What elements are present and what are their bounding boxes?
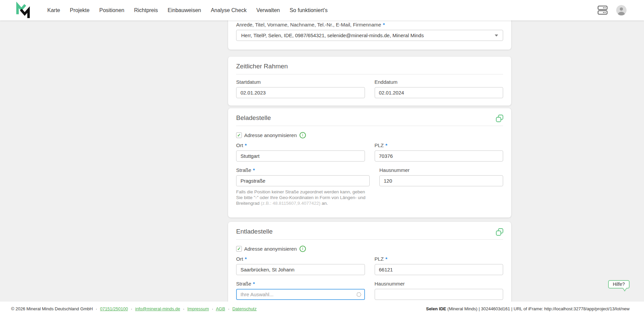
- server-icon[interactable]: [597, 5, 608, 15]
- nav-item-so-funktionierts[interactable]: So funktioniert's: [289, 0, 327, 20]
- loading-hausnummer-field: Hausnummer: [379, 168, 503, 206]
- check-icon: ✓: [237, 133, 241, 137]
- unloading-anonymize-row: ✓ Adresse anonymisieren i: [236, 245, 503, 252]
- plz-label-text: PLZ: [375, 256, 384, 262]
- startdatum-field: Startdatum: [236, 79, 365, 98]
- strasse-label-text: Straße: [236, 281, 251, 287]
- footer-link-phone[interactable]: 07151/250100: [100, 306, 128, 311]
- section-divider: [236, 126, 503, 126]
- unloading-hausnummer-input[interactable]: [375, 289, 503, 300]
- loading-anonymize-checkbox[interactable]: ✓: [236, 132, 242, 138]
- nav-item-analyse-check[interactable]: Analyse Check: [211, 0, 247, 20]
- nav-item-richtpreis[interactable]: Richtpreis: [134, 0, 158, 20]
- contact-select-label-text: Anrede, Titel, Vorname, Nachname, Tel.-N…: [236, 22, 381, 27]
- copy-icon: [495, 114, 504, 123]
- footer-separator: ·: [96, 306, 97, 311]
- unloading-anonymize-label: Adresse anonymisieren: [244, 246, 297, 252]
- unloading-strasse-field: Straße*: [236, 281, 365, 300]
- required-asterisk: *: [253, 281, 255, 287]
- chevron-down-icon: [495, 35, 498, 37]
- loading-strasse-label: Straße*: [236, 168, 370, 173]
- hint-example: (z.B.: 48.8115607,9.4077422): [261, 201, 321, 206]
- info-icon[interactable]: i: [300, 246, 306, 252]
- section-divider: [236, 239, 503, 240]
- footer-right: Selen IDE (Mineral Minds) | 30244603d161…: [426, 306, 630, 311]
- loading-hausnummer-input[interactable]: [379, 175, 503, 186]
- user-avatar-icon[interactable]: [616, 5, 627, 15]
- required-asterisk: *: [383, 22, 385, 27]
- unloading-hausnummer-label: Hausnummer: [375, 281, 503, 286]
- loading-anonymize-row: ✓ Adresse anonymisieren i: [236, 132, 503, 138]
- enddatum-label: Enddatum: [375, 79, 503, 84]
- nav-item-verwalten[interactable]: Verwalten: [256, 0, 280, 20]
- unloading-strasse-inputwrap: [236, 289, 365, 300]
- info-icon[interactable]: i: [300, 132, 306, 138]
- copy-icon: [495, 228, 504, 236]
- mineral-minds-logo-icon[interactable]: [15, 2, 30, 19]
- loading-point-title: Beladestelle: [236, 115, 503, 121]
- unloading-anonymize-checkbox[interactable]: ✓: [236, 246, 242, 252]
- footer-separator: ·: [131, 306, 132, 311]
- help-button-label: Hilfe?: [613, 281, 625, 287]
- timeframe-card: Zeitlicher Rahmen Startdatum Enddatum: [228, 57, 511, 106]
- loading-ort-input[interactable]: [236, 150, 365, 162]
- nav-item-positionen[interactable]: Positionen: [99, 0, 124, 20]
- required-asterisk: *: [385, 256, 387, 262]
- contact-select-label: Anrede, Titel, Vorname, Nachname, Tel.-N…: [236, 22, 503, 27]
- page-footer: © 2026 Mineral Minds Deutschland GmbH · …: [0, 302, 644, 316]
- timeframe-title: Zeitlicher Rahmen: [236, 63, 503, 69]
- nav-item-projekte[interactable]: Projekte: [70, 0, 90, 20]
- required-asterisk: *: [245, 256, 247, 262]
- required-asterisk: *: [253, 167, 255, 173]
- loading-ort-label: Ort*: [236, 143, 365, 148]
- loading-point-card: Beladestelle ✓ Adresse anonymisieren i O…: [228, 108, 511, 217]
- unloading-ort-field: Ort*: [236, 256, 365, 275]
- enddatum-input[interactable]: [375, 87, 503, 98]
- unloading-ort-input[interactable]: [236, 264, 365, 275]
- strasse-label-text: Straße: [236, 167, 251, 173]
- loading-copy-button[interactable]: [495, 114, 504, 123]
- footer-separator: ·: [212, 306, 213, 311]
- main-nav: Karte Projekte Positionen Richtpreis Ein…: [47, 0, 328, 20]
- help-button[interactable]: Hilfe?: [608, 280, 630, 289]
- hint-part2: an.: [320, 201, 328, 206]
- check-icon: ✓: [237, 247, 241, 251]
- unloading-plz-input[interactable]: [375, 264, 503, 275]
- loading-hausnummer-label: Hausnummer: [379, 168, 503, 173]
- top-navbar: Karte Projekte Positionen Richtpreis Ein…: [0, 0, 644, 20]
- footer-separator: ·: [183, 306, 184, 311]
- unloading-strasse-input[interactable]: [236, 289, 365, 300]
- loading-anonymize-label: Adresse anonymisieren: [244, 132, 297, 138]
- footer-link-agb[interactable]: AGB: [216, 306, 225, 311]
- startdatum-label: Startdatum: [236, 79, 365, 84]
- footer-ide-name: Selen IDE: [426, 306, 446, 311]
- startdatum-input[interactable]: [236, 87, 365, 98]
- loading-strasse-input[interactable]: [236, 175, 370, 186]
- unloading-copy-button[interactable]: [495, 228, 504, 236]
- contact-select-value: Herr, TitelP, Selen, IDE, 0987/654321, s…: [241, 33, 491, 38]
- nav-item-karte[interactable]: Karte: [47, 0, 60, 20]
- footer-copyright: © 2026 Mineral Minds Deutschland GmbH: [11, 306, 93, 311]
- unloading-plz-field: PLZ*: [375, 256, 503, 275]
- footer-iframe-info: (Mineral Minds) | 30244603d161 | URL of …: [446, 306, 630, 311]
- footer-separator: ·: [228, 306, 229, 311]
- footer-link-impressum[interactable]: Impressum: [187, 306, 209, 311]
- section-divider: [236, 74, 503, 74]
- loading-spinner-icon: [357, 292, 361, 297]
- footer-link-datenschutz[interactable]: Datenschutz: [232, 306, 257, 311]
- loading-plz-input[interactable]: [375, 150, 503, 162]
- unloading-hausnummer-field: Hausnummer: [375, 281, 503, 300]
- unloading-plz-label: PLZ*: [375, 256, 503, 261]
- unloading-ort-label: Ort*: [236, 256, 365, 261]
- nav-item-einbauweisen[interactable]: Einbauweisen: [168, 0, 201, 20]
- footer-left: © 2026 Mineral Minds Deutschland GmbH · …: [11, 306, 257, 311]
- contact-select[interactable]: Herr, TitelP, Selen, IDE, 0987/654321, s…: [236, 30, 503, 41]
- loading-strasse-field: Straße* Falls die Position keiner Straße…: [236, 168, 370, 206]
- unloading-strasse-label: Straße*: [236, 281, 365, 286]
- required-asterisk: *: [385, 142, 387, 148]
- ort-label-text: Ort: [236, 256, 243, 262]
- footer-link-email[interactable]: info@mineral-minds.de: [135, 306, 180, 311]
- required-asterisk: *: [245, 142, 247, 148]
- enddatum-field: Enddatum: [375, 79, 503, 98]
- loading-ort-field: Ort*: [236, 143, 365, 162]
